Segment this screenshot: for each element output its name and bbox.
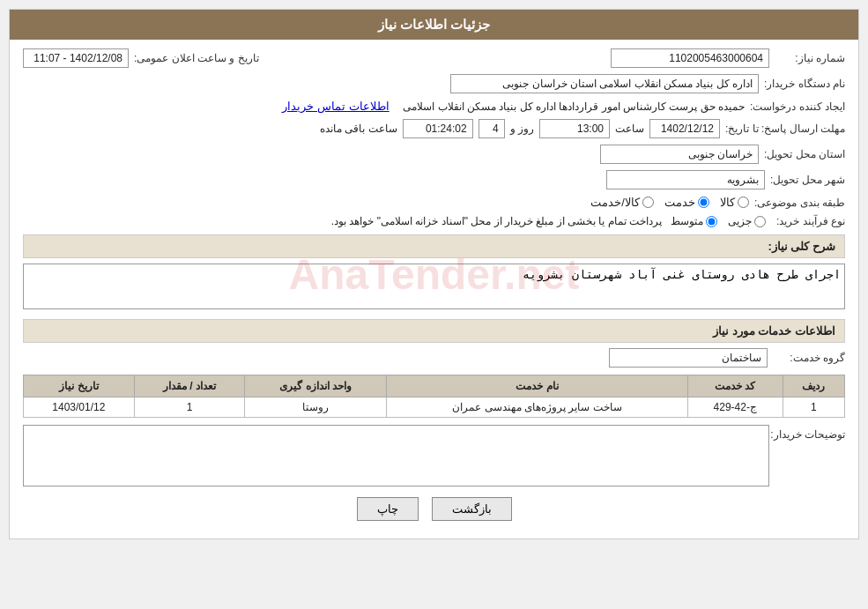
creator-link[interactable]: اطلاعات تماس خریدار [282,100,389,113]
need-number-row: شماره نیاز: 1102005463000604 تاریخ و ساع… [23,48,845,68]
col-unit: واحد اندازه گیری [245,375,387,397]
description-textarea[interactable] [23,264,845,309]
description-section-header: شرح کلی نیاز: [23,234,845,258]
deadline-label: مهلت ارسال پاسخ: تا تاریخ: [725,123,845,135]
table-cell-unit: روستا [245,397,387,418]
procurement-row: نوع فرآیند خرید: جزیی متوسط پرداخت تمام … [23,215,845,227]
table-row: 1ج-42-429ساخت سایر پروژه‌های مهندسی عمرا… [24,397,845,418]
deadline-days: 4 [479,119,505,138]
category-khedmat-label: خدمت [664,196,695,209]
main-card: AnaTender.net جزئیات اطلاعات نیاز شماره … [9,9,859,539]
table-cell-date: 1403/01/12 [24,397,135,418]
category-radio-kala-khedmat[interactable] [642,197,654,208]
card-header: جزئیات اطلاعات نیاز [10,10,858,40]
need-number-value: 1102005463000604 [611,48,769,68]
announce-date-value: 1402/12/08 - 11:07 [23,48,129,68]
procurement-motevaset-label: متوسط [671,215,703,227]
category-radio-group: کالا خدمت کالا/خدمت [590,196,749,209]
procurement-option-motevaset[interactable]: متوسط [671,215,717,227]
need-number-label: شماره نیاز: [775,52,845,64]
buyer-org-row: نام دستگاه خریدار: اداره کل بنیاد مسکن ا… [23,74,845,93]
services-section-label: اطلاعات خدمات مورد نیاز [713,324,835,338]
table-cell-code: ج-42-429 [687,397,783,418]
procurement-jozyi-label: جزیی [728,215,752,227]
page-wrapper: AnaTender.net جزئیات اطلاعات نیاز شماره … [0,0,868,609]
deadline-time: 13:00 [539,119,610,138]
category-option-kala-khedmat[interactable]: کالا/خدمت [590,196,654,209]
buyer-org-label: نام دستگاه خریدار: [764,78,845,90]
city-row: شهر محل تحویل: بشرویه [23,170,845,189]
page-title: جزئیات اطلاعات نیاز [378,17,490,32]
procurement-radio-jozyi[interactable] [754,216,766,227]
service-table: ردیف کد خدمت نام خدمت واحد اندازه گیری ت… [23,375,845,418]
announce-date-label: تاریخ و ساعت اعلان عمومی: [134,52,259,64]
buyer-notes-label: توضیحات خریدار: [775,425,845,441]
service-group-value: ساختمان [609,348,768,368]
deadline-row: مهلت ارسال پاسخ: تا تاریخ: 1402/12/12 سا… [23,119,845,138]
procurement-radio-group: جزیی متوسط [671,215,766,227]
province-row: استان محل تحویل: خراسان جنوبی [23,145,845,164]
service-group-row: گروه خدمت: ساختمان [23,348,845,368]
category-option-khedmat[interactable]: خدمت [664,196,709,209]
buyer-org-value: اداره کل بنیاد مسکن انقلاب اسلامی استان … [450,74,759,93]
category-radio-kala[interactable] [738,197,749,208]
table-cell-qty: 1 [134,397,245,418]
table-cell-row: 1 [783,397,844,418]
buyer-notes-textarea[interactable] [23,425,769,486]
category-radio-khedmat[interactable] [698,197,709,208]
col-date: تاریخ نیاز [24,375,135,397]
category-label: طبقه بندی موضوعی: [754,197,845,209]
category-row: طبقه بندی موضوعی: کالا خدمت کالا/خدمت [23,196,845,209]
procurement-radio-motevaset[interactable] [706,216,717,227]
city-value: بشرویه [606,170,765,189]
service-group-label: گروه خدمت: [775,352,845,364]
print-button[interactable]: چاپ [357,497,419,521]
col-row: ردیف [783,375,844,397]
deadline-remaining-label: ساعت باقی مانده [320,123,397,135]
description-section-label: شرح کلی نیاز: [768,240,835,253]
description-area: document.querySelector('[data-name="desc… [23,264,845,312]
deadline-days-label: روز و [510,123,534,135]
procurement-note: پرداخت تمام یا بخشی از مبلغ خریدار از مح… [331,215,662,227]
col-qty: تعداد / مقدار [134,375,245,397]
category-kala-label: کالا [720,196,735,209]
procurement-label: نوع فرآیند خرید: [775,215,845,227]
city-label: شهر محل تحویل: [770,174,845,186]
province-value: خراسان جنوبی [600,145,759,164]
category-option-kala[interactable]: کالا [720,196,749,209]
procurement-option-jozyi[interactable]: جزیی [728,215,766,227]
card-body: شماره نیاز: 1102005463000604 تاریخ و ساع… [10,40,858,538]
creator-row: ایجاد کننده درخواست: حمیده حق پرست کارشن… [23,100,845,113]
col-name: نام خدمت [387,375,687,397]
col-code: کد خدمت [687,375,783,397]
deadline-time-label: ساعت [615,123,644,135]
province-label: استان محل تحویل: [764,148,845,160]
table-header-row: ردیف کد خدمت نام خدمت واحد اندازه گیری ت… [24,375,845,397]
deadline-date: 1402/12/12 [649,119,720,138]
services-section-header: اطلاعات خدمات مورد نیاز [23,319,845,343]
deadline-remaining: 01:24:02 [403,119,473,138]
creator-label: ایجاد کننده درخواست: [750,100,845,113]
creator-value: حمیده حق پرست کارشناس امور قراردادها ادا… [403,100,745,113]
buyer-notes-row: توضیحات خریدار: [23,425,845,486]
table-cell-name: ساخت سایر پروژه‌های مهندسی عمران [387,397,687,418]
back-button[interactable]: بازگشت [432,497,512,521]
category-kala-khedmat-label: کالا/خدمت [590,196,640,209]
button-row: بازگشت چاپ [23,497,845,530]
